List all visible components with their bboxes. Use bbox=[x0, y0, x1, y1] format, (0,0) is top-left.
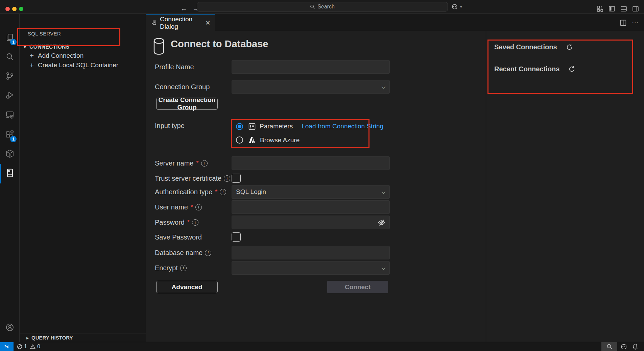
problems-status[interactable]: 1 0 bbox=[17, 344, 40, 350]
chevron-down-icon: ⌵ bbox=[382, 189, 385, 195]
warnings-icon bbox=[30, 344, 35, 349]
container-icon bbox=[5, 149, 15, 158]
search-icon bbox=[310, 4, 315, 9]
saved-connections-header: Saved Connections bbox=[494, 43, 573, 51]
connection-group-select[interactable]: ⌵ bbox=[232, 80, 390, 94]
customize-layout-icon[interactable] bbox=[597, 6, 603, 12]
save-password-label: Save Password bbox=[155, 232, 202, 242]
mssql-tab-icon bbox=[151, 19, 157, 26]
source-control-icon bbox=[5, 71, 15, 81]
sidebar-item-source-control[interactable] bbox=[0, 67, 20, 85]
connect-button[interactable]: Connect bbox=[327, 281, 388, 293]
webview-divider bbox=[486, 31, 486, 342]
plus-icon: + bbox=[29, 52, 34, 60]
info-icon[interactable]: i bbox=[205, 250, 211, 256]
tab-connection-dialog[interactable]: Connection Dialog ✕ bbox=[146, 14, 215, 31]
activity-bar: 1 1 bbox=[0, 14, 20, 342]
sidebar-item-search[interactable] bbox=[0, 47, 20, 66]
encrypt-label: Encrypti bbox=[155, 263, 187, 273]
status-bar: 1 0 bbox=[0, 342, 644, 351]
info-icon[interactable]: i bbox=[220, 189, 226, 195]
more-actions-icon[interactable]: ⋯ bbox=[632, 19, 639, 27]
back-arrow-icon[interactable]: ← bbox=[181, 5, 187, 12]
editor-group-actions: ⋯ bbox=[620, 19, 639, 27]
close-window-button[interactable] bbox=[5, 7, 10, 11]
save-password-checkbox[interactable] bbox=[232, 232, 241, 242]
toggle-secondary-sidebar-icon[interactable] bbox=[633, 6, 639, 12]
tab-strip: Connection Dialog ✕ ⋯ bbox=[146, 14, 644, 31]
zoom-in-icon bbox=[606, 344, 613, 350]
info-icon[interactable]: i bbox=[224, 175, 230, 182]
accounts-button[interactable] bbox=[0, 318, 20, 337]
trust-cert-label: Trust server certificatei bbox=[155, 174, 230, 183]
authentication-type-select[interactable]: SQL Login⌵ bbox=[232, 185, 390, 199]
zoom-status-item[interactable] bbox=[601, 342, 617, 351]
parameters-icon bbox=[248, 123, 256, 130]
errors-icon bbox=[17, 344, 22, 349]
plus-icon: + bbox=[29, 61, 34, 69]
server-name-input[interactable] bbox=[232, 156, 390, 170]
sidebar-item-extensions[interactable]: 1 bbox=[0, 125, 20, 144]
profile-name-input[interactable] bbox=[232, 60, 390, 74]
sidebar-item-run-debug[interactable] bbox=[0, 86, 20, 105]
info-icon[interactable]: i bbox=[192, 219, 198, 226]
radio-selected-icon[interactable] bbox=[236, 123, 243, 130]
remote-indicator[interactable] bbox=[0, 342, 14, 351]
connections-section-header[interactable]: ▾ CONNECTIONS bbox=[24, 42, 142, 52]
info-icon[interactable]: i bbox=[180, 265, 187, 271]
load-from-connection-string-link[interactable]: Load from Connection String bbox=[302, 123, 383, 130]
remote-icon bbox=[4, 344, 10, 349]
sidebar-item-sql-server[interactable] bbox=[0, 164, 20, 182]
refresh-icon[interactable] bbox=[566, 44, 573, 51]
refresh-icon[interactable] bbox=[568, 66, 575, 73]
user-name-input[interactable] bbox=[232, 200, 390, 214]
search-view-icon bbox=[5, 52, 15, 61]
sidebar-title: SQL SERVER bbox=[28, 31, 61, 36]
create-connection-group-button[interactable]: Create Connection Group bbox=[156, 98, 218, 110]
encrypt-select[interactable]: ⌵ bbox=[232, 261, 390, 275]
sidebar-sql-server: SQL SERVER ⋯ ▾ CONNECTIONS + Add Connect… bbox=[20, 14, 146, 342]
maximize-window-button[interactable] bbox=[19, 7, 23, 11]
server-name-label: Server name*i bbox=[155, 158, 208, 168]
input-type-browse-azure-option[interactable]: Browse Azure bbox=[236, 136, 300, 144]
account-icon bbox=[5, 323, 15, 332]
azure-icon bbox=[248, 136, 256, 144]
sql-server-icon bbox=[5, 168, 15, 178]
toggle-panel-icon[interactable] bbox=[621, 6, 627, 12]
input-type-parameters-option[interactable]: Parameters Load from Connection String bbox=[236, 123, 383, 130]
info-icon[interactable]: i bbox=[201, 160, 208, 167]
warnings-count: 0 bbox=[37, 344, 40, 350]
trust-server-certificate-checkbox[interactable] bbox=[232, 174, 241, 183]
sidebar-item-containers[interactable] bbox=[0, 144, 20, 163]
sidebar-item-explorer[interactable]: 1 bbox=[0, 28, 20, 47]
copilot-icon bbox=[451, 3, 458, 10]
sidebar-item-create-local-sql-container[interactable]: + Create Local SQL Container bbox=[29, 60, 144, 70]
remote-explorer-icon bbox=[5, 110, 15, 120]
tab-title: Connection Dialog bbox=[160, 16, 202, 30]
notifications-bell-icon[interactable] bbox=[632, 343, 639, 350]
title-bar: ← → Search ▾ bbox=[0, 0, 644, 14]
copilot-menu[interactable]: ▾ bbox=[451, 3, 462, 10]
sidebar-item-remote-explorer[interactable] bbox=[0, 105, 20, 124]
database-name-input[interactable] bbox=[232, 246, 390, 259]
split-editor-icon[interactable] bbox=[620, 20, 626, 26]
toggle-primary-sidebar-icon[interactable] bbox=[609, 6, 615, 12]
sidebar-item-add-connection[interactable]: + Add Connection bbox=[29, 51, 144, 60]
password-reveal-off-icon[interactable] bbox=[377, 218, 386, 227]
close-tab-icon[interactable]: ✕ bbox=[205, 19, 211, 27]
password-label: Password*i bbox=[155, 218, 198, 227]
chevron-down-icon: ▾ bbox=[460, 5, 462, 9]
radio-unselected-icon[interactable] bbox=[236, 136, 243, 144]
password-input[interactable] bbox=[232, 216, 390, 229]
info-icon[interactable]: i bbox=[195, 204, 202, 210]
errors-count: 1 bbox=[24, 344, 27, 350]
query-history-section-header[interactable]: ▸ QUERY HISTORY bbox=[20, 333, 146, 342]
chevron-down-icon: ⌵ bbox=[382, 265, 385, 271]
search-placeholder: Search bbox=[317, 4, 335, 10]
minimize-window-button[interactable] bbox=[12, 7, 17, 11]
command-center-search[interactable]: Search bbox=[197, 2, 448, 11]
advanced-button[interactable]: Advanced bbox=[156, 281, 218, 293]
chevron-right-icon: ▸ bbox=[26, 335, 29, 341]
active-view-indicator bbox=[0, 164, 1, 183]
copilot-status-icon[interactable] bbox=[620, 343, 628, 351]
